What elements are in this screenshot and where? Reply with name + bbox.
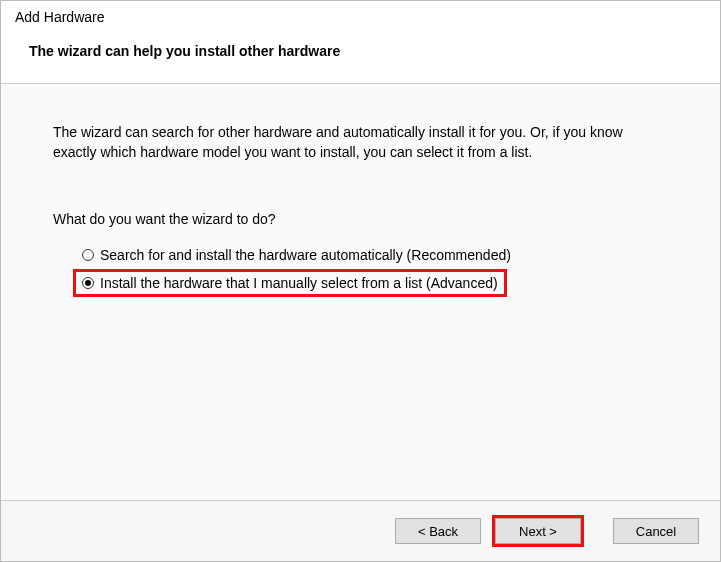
wizard-footer: < Back Next > Cancel [1, 500, 720, 561]
add-hardware-wizard: Add Hardware The wizard can help you ins… [0, 0, 721, 562]
option-label: Install the hardware that I manually sel… [100, 275, 498, 291]
next-button-wrap: Next > [492, 515, 584, 547]
radio-icon [82, 249, 94, 261]
option-auto-install[interactable]: Search for and install the hardware auto… [73, 241, 520, 269]
prompt-text: What do you want the wizard to do? [53, 211, 668, 227]
radio-icon [82, 277, 94, 289]
wizard-header: Add Hardware The wizard can help you ins… [1, 1, 720, 83]
wizard-content: The wizard can search for other hardware… [1, 84, 720, 500]
description-text: The wizard can search for other hardware… [53, 122, 668, 163]
option-label: Search for and install the hardware auto… [100, 247, 511, 263]
window-title: Add Hardware [15, 9, 706, 25]
cancel-button-wrap: Cancel [610, 515, 702, 547]
radio-group: Search for and install the hardware auto… [53, 241, 668, 297]
back-button[interactable]: < Back [395, 518, 481, 544]
wizard-subtitle: The wizard can help you install other ha… [15, 43, 706, 59]
option-manual-install[interactable]: Install the hardware that I manually sel… [73, 269, 507, 297]
cancel-button[interactable]: Cancel [613, 518, 699, 544]
next-button[interactable]: Next > [495, 518, 581, 544]
back-button-wrap: < Back [392, 515, 484, 547]
spacer [592, 515, 602, 547]
